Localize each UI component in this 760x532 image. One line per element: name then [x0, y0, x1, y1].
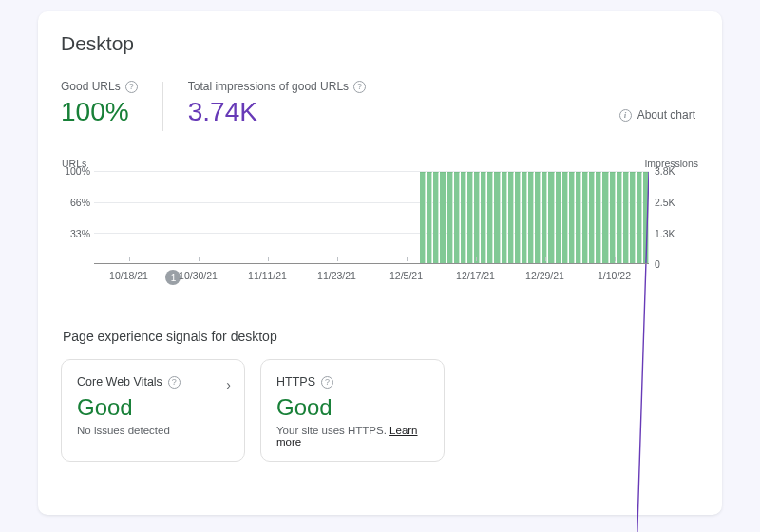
help-icon[interactable]: [125, 81, 138, 93]
https-sub-text: Your site uses HTTPS.: [276, 425, 390, 436]
y-tick-right: 1.3K: [655, 228, 698, 239]
about-chart-button[interactable]: About chart: [619, 108, 695, 122]
y-tick-left: 100%: [62, 165, 90, 177]
desktop-card: Desktop Good URLs 100% Total impressions…: [38, 11, 722, 515]
stats-row: Good URLs 100% Total impressions of good…: [61, 80, 699, 131]
chart-baseline: [94, 263, 649, 264]
x-tick: 10/30/21: [163, 270, 233, 298]
good-urls-stat: Good URLs 100%: [61, 80, 138, 125]
https-card: HTTPS Good Your site uses HTTPS. Learn m…: [260, 359, 445, 462]
cwv-status: Good: [77, 396, 229, 419]
info-icon: [619, 109, 632, 122]
https-status: Good: [276, 396, 428, 419]
x-axis: 10/18/2110/30/2111/11/2111/23/2112/5/211…: [94, 270, 649, 298]
impressions-label-row: Total impressions of good URLs: [188, 80, 366, 93]
stat-divider: [162, 82, 163, 131]
x-tick: 12/17/21: [441, 270, 510, 298]
impressions-stat: Total impressions of good URLs 3.74K: [188, 80, 366, 125]
x-tick: 11/23/21: [302, 270, 371, 298]
x-tick: 12/29/21: [510, 270, 580, 298]
impressions-value: 3.74K: [188, 99, 366, 125]
signals-heading: Page experience signals for desktop: [63, 329, 699, 344]
good-urls-label-row: Good URLs: [61, 80, 138, 93]
good-urls-value: 100%: [61, 99, 138, 125]
cwv-title: Core Web Vitals: [77, 375, 162, 389]
y-tick-left: 66%: [62, 197, 90, 208]
good-urls-label: Good URLs: [61, 80, 121, 93]
cwv-sub: No issues detected: [77, 425, 229, 436]
y-tick-right: 0: [655, 258, 698, 270]
chart-bars: [94, 172, 649, 264]
chart-plot: [94, 171, 649, 264]
x-tick: 1/10/22: [580, 270, 649, 298]
core-web-vitals-card[interactable]: Core Web Vitals › Good No issues detecte…: [61, 359, 245, 462]
x-tick: 11/11/21: [233, 270, 302, 298]
signals-row: Core Web Vitals › Good No issues detecte…: [61, 359, 699, 462]
page-title: Desktop: [61, 32, 699, 55]
y-tick-left: 33%: [62, 228, 90, 239]
x-tick: 10/18/21: [94, 270, 163, 298]
impressions-label: Total impressions of good URLs: [188, 80, 349, 93]
y-tick-right: 2.5K: [655, 197, 698, 208]
chart: URLs Impressions 100% 66% 33% 3.8K 2.5K …: [62, 158, 698, 306]
help-icon[interactable]: [321, 376, 333, 389]
about-chart-label: About chart: [637, 108, 695, 122]
help-icon[interactable]: [168, 376, 180, 389]
https-title: HTTPS: [276, 375, 315, 389]
help-icon[interactable]: [353, 81, 366, 93]
https-sub: Your site uses HTTPS. Learn more: [276, 425, 428, 447]
chevron-right-icon: ›: [226, 377, 231, 392]
y-tick-right: 3.8K: [655, 165, 698, 177]
x-tick: 12/5/21: [371, 270, 441, 298]
